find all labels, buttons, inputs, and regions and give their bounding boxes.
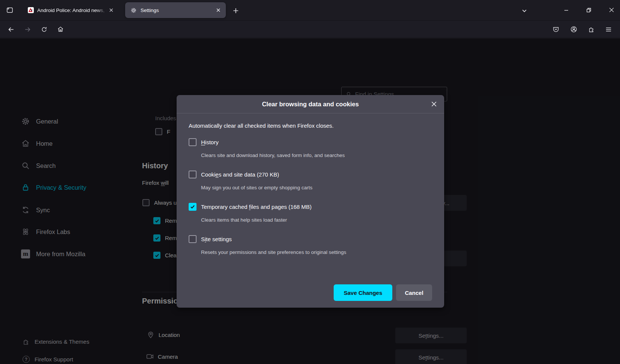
app-menu-button[interactable] [603, 24, 614, 35]
dialog-buttons: Save Changes Cancel [334, 284, 432, 301]
navigation-toolbar: Firefox about:preferences#privacy [0, 20, 620, 38]
history-checkbox-row: History [189, 138, 432, 146]
cache-checkbox-row: Temporary cached files and pages (168 MB… [189, 202, 432, 211]
account-icon [570, 26, 578, 33]
close-icon [609, 7, 614, 13]
window-restore-button[interactable] [580, 0, 597, 20]
forward-arrow-icon [24, 26, 31, 33]
tab-close-icon[interactable] [214, 6, 223, 15]
tab-close-icon[interactable] [107, 6, 116, 15]
checkbox-label: Temporary cached files and pages (168 MB… [201, 204, 312, 210]
site-settings-checkbox-row: Site settings [189, 235, 432, 243]
close-icon [431, 101, 437, 107]
dialog-body: Automatically clear all checked items wh… [177, 113, 444, 255]
home-icon [57, 26, 64, 33]
new-tab-button[interactable] [231, 6, 240, 15]
firefox-view-button[interactable] [5, 5, 15, 15]
checkbox-unchecked[interactable] [189, 171, 197, 178]
puzzle-icon [588, 26, 595, 33]
reload-icon [41, 26, 47, 33]
forward-button[interactable] [22, 24, 33, 35]
android-police-favicon [28, 7, 34, 13]
window-minimize-button[interactable] [558, 0, 575, 20]
checkbox-description: Clears items that help sites load faster [201, 217, 432, 223]
checkbox-label: Cookies and site data (270 KB) [201, 171, 279, 178]
pocket-icon [552, 26, 560, 33]
checkbox-description: May sign you out of sites or empty shopp… [201, 185, 432, 190]
list-all-tabs-button[interactable] [519, 6, 529, 15]
extensions-button[interactable] [586, 24, 597, 35]
firefox-view-icon [6, 6, 14, 14]
plus-icon [233, 8, 239, 14]
checkbox-label: History [201, 139, 219, 145]
window-close-button[interactable] [603, 0, 620, 20]
back-button[interactable] [5, 24, 17, 35]
home-button[interactable] [55, 24, 66, 35]
back-arrow-icon [8, 26, 15, 33]
tab-title: Android Police: Android news, r [37, 8, 107, 13]
dialog-title: Clear browsing data and cookies [262, 101, 359, 108]
settings-page: Find in Settings General Home Search Pri… [0, 39, 620, 364]
checkbox-unchecked[interactable] [189, 138, 197, 146]
clear-browsing-data-dialog: Clear browsing data and cookies Automati… [177, 95, 444, 308]
cancel-button[interactable]: Cancel [396, 284, 432, 301]
chevron-down-icon [522, 8, 527, 14]
dialog-header: Clear browsing data and cookies [177, 95, 444, 113]
restore-icon [586, 8, 591, 13]
checkbox-description: Clears site and download history, saved … [201, 153, 432, 158]
checkbox-label: Site settings [201, 236, 232, 242]
checkbox-description: Resets your permissions and site prefere… [201, 249, 432, 255]
reload-button[interactable] [38, 24, 50, 35]
minimize-icon [564, 8, 569, 13]
checkbox-unchecked[interactable] [189, 235, 197, 243]
gear-icon [130, 7, 137, 14]
dialog-close-button[interactable] [428, 98, 440, 110]
pocket-button[interactable] [550, 24, 561, 35]
tab-settings[interactable]: Settings [125, 2, 226, 18]
account-button[interactable] [568, 24, 579, 35]
dialog-intro: Automatically clear all checked items wh… [189, 122, 432, 129]
checkbox-checked[interactable] [189, 203, 197, 211]
cookies-checkbox-row: Cookies and site data (270 KB) [189, 170, 432, 178]
tab-title: Settings [141, 8, 214, 13]
hamburger-icon [605, 26, 612, 33]
tab-bar: Android Police: Android news, r Settings [0, 0, 620, 20]
tab-android-police[interactable]: Android Police: Android news, r [23, 2, 123, 18]
save-changes-button[interactable]: Save Changes [334, 284, 392, 301]
